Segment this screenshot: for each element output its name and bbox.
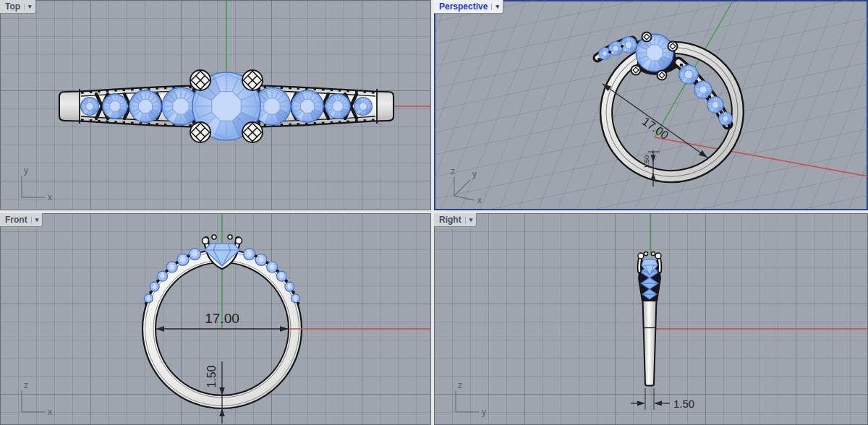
ring-top-view xyxy=(59,70,393,142)
dimension-thickness: 1.50 xyxy=(205,361,232,424)
chevron-down-icon[interactable]: ▾ xyxy=(465,217,473,223)
chevron-down-icon[interactable]: ▾ xyxy=(491,4,499,10)
chevron-down-icon[interactable]: ▾ xyxy=(31,217,39,223)
axis-gizmo: y x xyxy=(7,163,58,206)
svg-text:x: x xyxy=(48,192,52,202)
svg-text:y: y xyxy=(482,407,486,417)
chevron-down-icon[interactable]: ▾ xyxy=(24,4,32,10)
viewport-title[interactable]: Right xyxy=(439,215,461,225)
svg-text:y: y xyxy=(472,169,477,179)
axis-gizmo: z y xyxy=(441,377,492,421)
viewport-title[interactable]: Front xyxy=(5,215,27,225)
svg-text:1.50: 1.50 xyxy=(205,365,218,387)
svg-text:x: x xyxy=(48,407,52,417)
viewport-title[interactable]: Top xyxy=(5,1,20,12)
viewport-tab-perspective[interactable]: Perspective ▾ xyxy=(434,0,503,14)
viewport-layout: Top ▾ xyxy=(0,0,868,425)
viewport-tab-right[interactable]: Right ▾ xyxy=(434,213,477,227)
axis-gizmo: z x xyxy=(7,377,58,421)
viewport-front[interactable]: Front ▾ xyxy=(0,213,431,425)
ring-right-view xyxy=(638,252,661,385)
viewport-top[interactable]: Top ▾ xyxy=(0,0,431,210)
viewport-tab-top[interactable]: Top ▾ xyxy=(0,0,36,14)
svg-text:1.50: 1.50 xyxy=(673,398,694,410)
dimension-diameter: 17.00 xyxy=(156,311,289,332)
svg-text:x: x xyxy=(477,195,482,205)
svg-text:z: z xyxy=(458,380,462,390)
svg-text:y: y xyxy=(24,166,28,176)
ring-perspective-view xyxy=(585,27,758,197)
svg-text:17.00: 17.00 xyxy=(205,311,239,326)
front-view-canvas[interactable]: 17.00 1.50 xyxy=(0,213,431,425)
right-view-canvas[interactable]: 1.50 xyxy=(434,213,868,425)
perspective-view-canvas[interactable]: 17.00 1.50 xyxy=(434,0,868,210)
viewport-tab-front[interactable]: Front ▾ xyxy=(0,213,43,227)
viewport-perspective[interactable]: Perspective ▾ xyxy=(434,0,868,210)
svg-text:1.50: 1.50 xyxy=(642,155,650,169)
band-profile xyxy=(643,300,657,386)
svg-text:z: z xyxy=(24,380,28,390)
svg-text:z: z xyxy=(451,166,455,176)
viewport-title[interactable]: Perspective xyxy=(439,1,488,12)
dimension-thickness: 1.50 xyxy=(631,388,694,410)
top-view-canvas[interactable] xyxy=(0,0,431,210)
viewport-right[interactable]: Right ▾ xyxy=(434,213,868,425)
center-gem xyxy=(636,34,673,72)
axis-gizmo: z y x xyxy=(441,161,499,206)
